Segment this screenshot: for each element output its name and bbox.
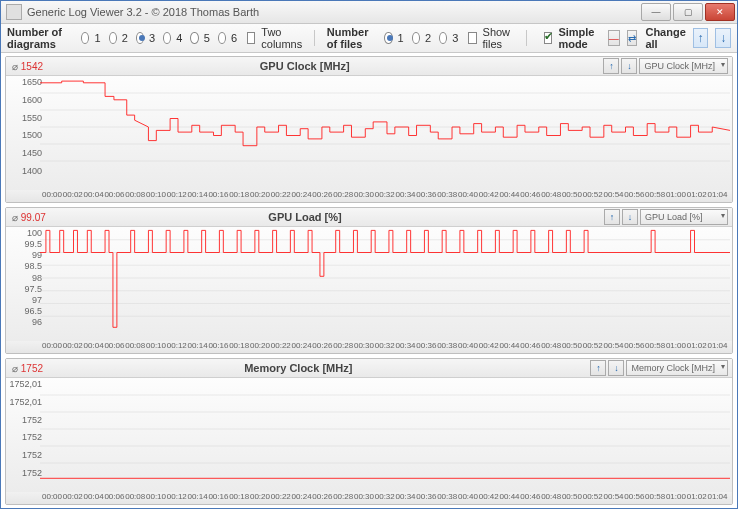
plot-area[interactable]: 165016001550150014501400: [6, 76, 732, 190]
x-tick: 00:12: [167, 341, 187, 353]
panel-header: ⌀ 1542 GPU Clock [MHz] ↑ ↓ GPU Clock [MH…: [6, 57, 732, 76]
panel-title: GPU Clock [MHz]: [6, 60, 603, 72]
simple-mode-checkbox[interactable]: [544, 32, 552, 44]
x-tick: 00:16: [208, 492, 228, 504]
x-tick: 00:28: [333, 492, 353, 504]
panel-up-button[interactable]: ↑: [590, 360, 606, 376]
diagrams-radio-4[interactable]: [163, 32, 171, 44]
avg-badge: ⌀ 1752: [12, 363, 43, 374]
files-radio-2[interactable]: [412, 32, 420, 44]
window-controls: — ▢ ✕: [639, 3, 735, 21]
x-tick: 00:30: [354, 492, 374, 504]
x-tick: 00:32: [375, 492, 395, 504]
panel-down-button[interactable]: ↓: [608, 360, 624, 376]
show-files-label: Show files: [483, 26, 514, 50]
num-files-label: Number of files: [327, 26, 377, 50]
x-tick: 00:50: [562, 492, 582, 504]
x-tick: 00:18: [229, 492, 249, 504]
x-tick: 00:48: [541, 341, 561, 353]
x-tick: 00:28: [333, 341, 353, 353]
two-columns-checkbox[interactable]: [247, 32, 255, 44]
plot-area[interactable]: 1752,011752,011752175217521752: [6, 378, 732, 492]
x-tick: 01:04: [708, 341, 728, 353]
x-tick: 01:02: [687, 492, 707, 504]
plot-area[interactable]: 10099.59998.59897.59796.596: [6, 227, 732, 341]
x-tick: 00:18: [229, 341, 249, 353]
panel-down-button[interactable]: ↓: [622, 209, 638, 225]
x-tick: 00:36: [416, 492, 436, 504]
files-radio-1[interactable]: [384, 32, 392, 44]
x-tick: 01:00: [666, 190, 686, 202]
x-tick: 00:24: [292, 492, 312, 504]
panel-up-button[interactable]: ↑: [604, 209, 620, 225]
x-tick: 00:22: [271, 190, 291, 202]
x-tick: 00:04: [84, 341, 104, 353]
x-tick: 00:48: [541, 190, 561, 202]
x-tick: 00:34: [396, 190, 416, 202]
x-tick: 00:04: [84, 190, 104, 202]
y-axis: 1752,011752,011752175217521752: [6, 378, 44, 480]
show-files-checkbox[interactable]: [468, 32, 476, 44]
x-tick: 00:26: [312, 492, 332, 504]
x-tick: 00:08: [125, 341, 145, 353]
gpu-load-series: [40, 230, 730, 327]
x-tick: 00:30: [354, 190, 374, 202]
change-all-up-button[interactable]: ↑: [693, 28, 709, 48]
x-tick: 00:38: [437, 492, 457, 504]
x-tick: 00:54: [604, 341, 624, 353]
x-tick: 00:42: [479, 341, 499, 353]
x-tick: 00:44: [500, 341, 520, 353]
x-tick: 00:40: [458, 190, 478, 202]
x-tick: 01:00: [666, 492, 686, 504]
chart-svg: [40, 378, 730, 480]
metric-combo[interactable]: Memory Clock [MHz]: [626, 360, 728, 376]
minimize-button[interactable]: —: [641, 3, 671, 21]
diagrams-radio-3[interactable]: [136, 32, 144, 44]
panel-up-button[interactable]: ↑: [603, 58, 619, 74]
line-style-swap-button[interactable]: ⇄: [627, 30, 638, 46]
y-axis: 165016001550150014501400: [6, 76, 44, 178]
x-tick: 00:36: [416, 190, 436, 202]
x-tick: 00:52: [583, 341, 603, 353]
x-tick: 00:42: [479, 492, 499, 504]
x-tick: 00:56: [624, 190, 644, 202]
x-tick: 00:46: [520, 190, 540, 202]
x-tick: 00:50: [562, 341, 582, 353]
toolbar: Number of diagrams 1 2 3 4 5 6 Two colum…: [1, 24, 737, 53]
diagrams-radio-1[interactable]: [81, 32, 89, 44]
panel-header: ⌀ 99.07 GPU Load [%] ↑ ↓ GPU Load [%]: [6, 208, 732, 227]
files-radio-3[interactable]: [439, 32, 447, 44]
metric-combo[interactable]: GPU Clock [MHz]: [639, 58, 728, 74]
change-all-down-button[interactable]: ↓: [715, 28, 731, 48]
x-tick: 00:14: [188, 190, 208, 202]
diagrams-radio-2[interactable]: [109, 32, 117, 44]
maximize-button[interactable]: ▢: [673, 3, 703, 21]
x-tick: 00:42: [479, 190, 499, 202]
app-window: Generic Log Viewer 3.2 - © 2018 Thomas B…: [0, 0, 738, 509]
x-tick: 00:22: [271, 492, 291, 504]
app-icon: [6, 4, 22, 20]
chart-svg: [40, 76, 730, 178]
x-tick: 01:04: [708, 190, 728, 202]
x-tick: 00:04: [84, 492, 104, 504]
x-tick: 00:54: [604, 190, 624, 202]
diagrams-radio-5[interactable]: [190, 32, 198, 44]
x-tick: 00:14: [188, 341, 208, 353]
x-tick: 00:46: [520, 492, 540, 504]
x-tick: 00:34: [396, 492, 416, 504]
x-tick: 00:38: [437, 190, 457, 202]
x-tick: 01:04: [708, 492, 728, 504]
x-tick: 00:36: [416, 341, 436, 353]
close-button[interactable]: ✕: [705, 3, 735, 21]
x-tick: 00:30: [354, 341, 374, 353]
panel-title: Memory Clock [MHz]: [6, 362, 590, 374]
panels: ⌀ 1542 GPU Clock [MHz] ↑ ↓ GPU Clock [MH…: [1, 53, 737, 508]
x-tick: 00:40: [458, 492, 478, 504]
window-title: Generic Log Viewer 3.2 - © 2018 Thomas B…: [27, 6, 639, 18]
x-tick: 00:20: [250, 341, 270, 353]
metric-combo[interactable]: GPU Load [%]: [640, 209, 728, 225]
panel-down-button[interactable]: ↓: [621, 58, 637, 74]
x-tick: 00:26: [312, 341, 332, 353]
diagrams-radio-6[interactable]: [218, 32, 226, 44]
line-style-red-button[interactable]: —: [608, 30, 620, 46]
